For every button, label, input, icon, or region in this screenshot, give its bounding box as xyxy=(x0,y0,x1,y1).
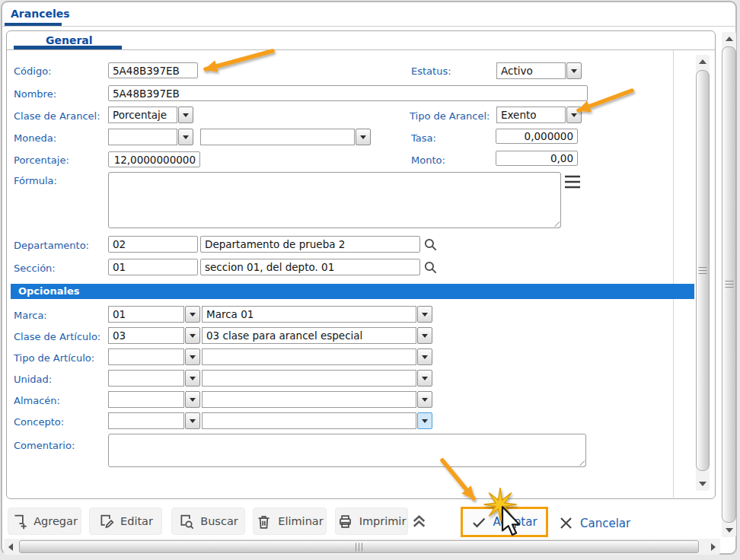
tipo-arancel-dropdown-arrow-icon[interactable] xyxy=(566,107,582,123)
tipo-articulo-code-select[interactable] xyxy=(108,348,200,365)
comentario-textarea[interactable] xyxy=(108,434,586,467)
departamento-search-icon[interactable] xyxy=(423,237,438,252)
scroll-right-icon[interactable] xyxy=(706,539,720,555)
clase-arancel-label: Clase de Arancel: xyxy=(14,110,100,122)
agregar-button[interactable]: Agregar xyxy=(8,508,81,535)
expand-toolbar-chevrons-icon[interactable] xyxy=(410,511,429,530)
clase-articulo-code-select[interactable]: 03 xyxy=(108,327,200,344)
departamento-code-input[interactable] xyxy=(108,236,198,253)
unidad-label: Unidad: xyxy=(14,374,52,385)
codigo-label: Código: xyxy=(14,65,51,77)
cancelar-label: Cancelar xyxy=(580,517,630,530)
marca-name-value: Marca 01 xyxy=(202,306,416,323)
moneda-select-1[interactable] xyxy=(108,129,193,145)
estatus-label: Estatus: xyxy=(411,65,451,77)
marca-code-dropdown-arrow-icon[interactable] xyxy=(185,306,200,323)
add-document-icon xyxy=(11,514,27,530)
seccion-name-input[interactable] xyxy=(200,259,420,275)
porcentaje-input[interactable] xyxy=(108,151,200,167)
editar-label: Editar xyxy=(120,515,153,527)
tab-general[interactable]: General xyxy=(46,34,93,46)
aceptar-button[interactable]: Aceptar xyxy=(461,507,548,537)
seccion-label: Sección: xyxy=(14,262,56,274)
clase-arancel-dropdown-arrow-icon[interactable] xyxy=(178,107,193,123)
tipo-arancel-label: Tipo de Arancel: xyxy=(410,110,490,122)
marca-code-select[interactable]: 01 xyxy=(108,306,200,323)
concepto-code-dropdown-arrow-icon[interactable] xyxy=(185,412,200,429)
eliminar-button[interactable]: Eliminar xyxy=(253,508,327,535)
marca-label: Marca: xyxy=(14,310,47,321)
marca-name-dropdown-arrow-icon[interactable] xyxy=(417,306,432,323)
outer-scroll-down-icon[interactable] xyxy=(722,523,736,537)
eliminar-label: Eliminar xyxy=(278,515,323,527)
scroll-left-icon[interactable] xyxy=(4,539,18,555)
almacen-code-select[interactable] xyxy=(108,391,200,408)
almacen-code-dropdown-arrow-icon[interactable] xyxy=(185,391,200,408)
formula-menu-icon[interactable] xyxy=(563,173,582,190)
porcentaje-label: Porcentaje: xyxy=(14,154,69,166)
outer-scrollbar-thumb[interactable] xyxy=(722,46,736,523)
tasa-input[interactable] xyxy=(496,129,578,144)
concepto-name-select[interactable] xyxy=(202,412,432,429)
clase-articulo-label: Clase de Artículo: xyxy=(14,331,100,342)
moneda-dropdown-arrow-icon-1[interactable] xyxy=(178,129,193,145)
opcionales-section-header: Opcionales xyxy=(11,284,694,299)
unidad-code-dropdown-arrow-icon[interactable] xyxy=(185,370,200,387)
aranceles-page: Aranceles General Código: Estatus: Activ… xyxy=(0,0,740,560)
concepto-code-select[interactable] xyxy=(108,412,200,429)
moneda-select-2[interactable] xyxy=(200,129,371,145)
horizontal-scrollbar-thumb[interactable] xyxy=(19,540,699,553)
departamento-name-input[interactable] xyxy=(200,236,420,253)
concepto-name-dropdown-arrow-icon[interactable] xyxy=(417,412,432,429)
formula-textarea[interactable] xyxy=(108,172,561,228)
seccion-code-input[interactable] xyxy=(108,259,198,275)
moneda-label: Moneda: xyxy=(14,132,56,144)
header-divider xyxy=(2,26,736,27)
moneda-dropdown-arrow-icon-2[interactable] xyxy=(356,129,371,145)
panel-header-divider xyxy=(7,49,715,50)
tipo-articulo-name-dropdown-arrow-icon[interactable] xyxy=(417,348,432,365)
clase-articulo-name-select[interactable]: 03 clase para arancel especial xyxy=(202,327,432,344)
x-icon xyxy=(558,515,574,531)
monto-label: Monto: xyxy=(411,154,445,166)
buscar-button[interactable]: Buscar xyxy=(171,508,245,535)
tipo-articulo-name-select[interactable] xyxy=(202,348,432,365)
clase-arancel-select[interactable]: Porcentaje xyxy=(108,107,193,123)
almacen-name-dropdown-arrow-icon[interactable] xyxy=(417,391,432,408)
imprimir-button[interactable]: Imprimir xyxy=(335,508,408,535)
clase-articulo-name-value: 03 clase para arancel especial xyxy=(202,327,416,344)
seccion-search-icon[interactable] xyxy=(423,260,438,275)
inner-scrollbar-thumb[interactable] xyxy=(696,70,710,471)
outer-thumb-grip xyxy=(725,281,733,288)
marca-name-select[interactable]: Marca 01 xyxy=(202,306,432,323)
check-icon xyxy=(471,514,486,530)
unidad-code-value xyxy=(108,370,184,387)
buscar-label: Buscar xyxy=(200,515,238,527)
tab-aranceles[interactable]: Aranceles xyxy=(11,8,70,20)
monto-input[interactable] xyxy=(496,151,578,166)
edit-document-icon xyxy=(98,514,114,530)
unidad-code-select[interactable] xyxy=(108,370,200,387)
outer-scroll-up-icon[interactable] xyxy=(722,32,736,46)
moneda-value-1 xyxy=(108,129,177,145)
codigo-input[interactable] xyxy=(108,62,198,78)
estatus-dropdown-arrow-icon[interactable] xyxy=(566,62,582,79)
almacen-name-select[interactable] xyxy=(202,391,432,408)
tasa-label: Tasa: xyxy=(411,132,436,144)
inner-scroll-up-icon[interactable] xyxy=(696,55,710,68)
unidad-name-select[interactable] xyxy=(202,370,432,387)
cancelar-button[interactable]: Cancelar xyxy=(558,515,630,531)
tipo-articulo-code-value xyxy=(108,348,184,365)
estatus-select[interactable]: Activo xyxy=(496,62,582,79)
editar-button[interactable]: Editar xyxy=(89,508,162,535)
aceptar-label: Aceptar xyxy=(493,515,537,529)
tipo-articulo-code-dropdown-arrow-icon[interactable] xyxy=(185,348,200,365)
tipo-arancel-select[interactable]: Exento xyxy=(496,107,582,123)
inner-scroll-down-icon[interactable] xyxy=(696,477,710,491)
moneda-value-2 xyxy=(200,129,355,145)
horizontal-thumb-grip xyxy=(356,542,363,551)
clase-articulo-code-dropdown-arrow-icon[interactable] xyxy=(185,327,200,344)
nombre-input[interactable] xyxy=(108,85,588,101)
clase-articulo-name-dropdown-arrow-icon[interactable] xyxy=(417,327,432,344)
unidad-name-dropdown-arrow-icon[interactable] xyxy=(417,370,432,387)
